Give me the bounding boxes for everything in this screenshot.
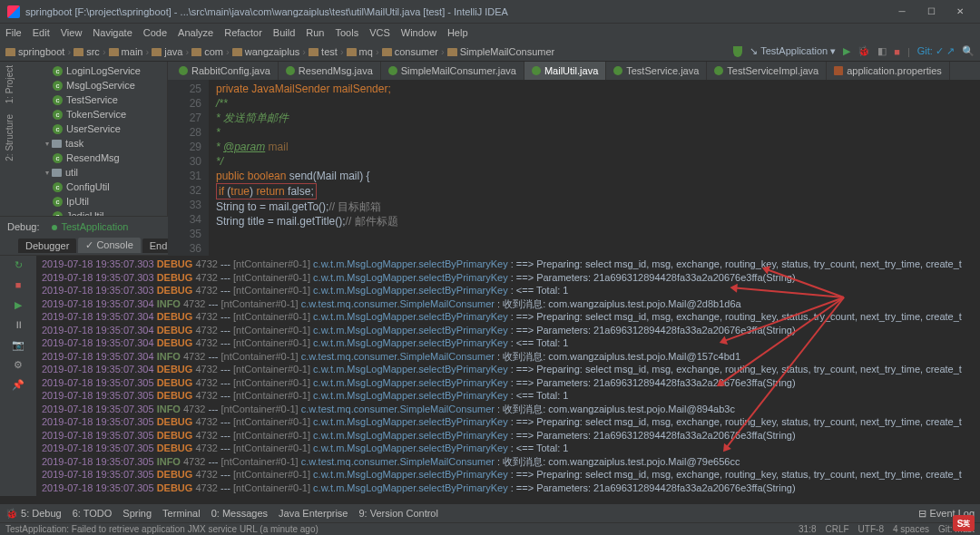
line-sep[interactable]: CRLF xyxy=(825,524,848,534)
maximize-button[interactable]: ☐ xyxy=(918,4,944,20)
tree-item-jedisutil[interactable]: cJedisUtil xyxy=(18,209,167,216)
tool-spring[interactable]: Spring xyxy=(122,508,152,519)
log-line: 2019-07-18 19:35:07.305 DEBUG 4732 --- [… xyxy=(42,468,980,482)
tree-item-loginlogservice[interactable]: cLoginLogService xyxy=(18,63,167,78)
log-line: 2019-07-18 19:35:07.305 DEBUG 4732 --- [… xyxy=(42,376,980,390)
stop-button[interactable]: ■ xyxy=(894,46,900,57)
tree-item-msglogservice[interactable]: cMsgLogService xyxy=(18,78,167,92)
breadcrumb-item[interactable]: wangzaiplus xyxy=(245,46,300,57)
shield-icon[interactable] xyxy=(733,46,742,57)
pause-button[interactable]: ⏸ xyxy=(10,319,26,334)
settings-icon[interactable]: ⚙ xyxy=(10,359,26,374)
breadcrumb-item[interactable]: mq xyxy=(359,46,373,57)
breadcrumb-item[interactable]: consumer xyxy=(395,46,438,57)
breadcrumb-item[interactable]: src xyxy=(86,46,100,57)
console-panel: ↻ ■ ▶ ⏸ 📷 ⚙ 📌 2019-07-18 19:35:07.303 DE… xyxy=(0,256,980,496)
camera-icon[interactable]: 📷 xyxy=(10,339,26,354)
tree-item-userservice[interactable]: cUserService xyxy=(18,122,167,136)
menu-vcs[interactable]: VCS xyxy=(369,27,390,38)
menu-edit[interactable]: Edit xyxy=(33,27,50,38)
search-button[interactable]: 🔍 xyxy=(962,45,975,57)
console-output[interactable]: 2019-07-18 19:35:07.303 DEBUG 4732 --- [… xyxy=(36,256,980,496)
code-text[interactable]: private JavaMailSender mailSender; /** *… xyxy=(209,80,980,256)
tab-application-properties[interactable]: application.properties xyxy=(827,62,950,80)
tree-item-resendmsg[interactable]: cResendMsg xyxy=(18,151,167,165)
tab-rabbitconfig-java[interactable]: RabbitConfig.java xyxy=(172,62,279,80)
menu-view[interactable]: View xyxy=(61,27,83,38)
tab-simplemailconsumer-java[interactable]: SimpleMailConsumer.java xyxy=(381,62,524,80)
menu-file[interactable]: File xyxy=(5,27,22,38)
tree-item-task[interactable]: ▾task xyxy=(18,136,167,151)
menu-analyze[interactable]: Analyze xyxy=(178,27,213,38)
indent[interactable]: 4 spaces xyxy=(893,524,929,534)
tool-messages[interactable]: 0: Messages xyxy=(211,508,268,519)
tool-todo[interactable]: 6: TODO xyxy=(73,508,113,519)
menu-tools[interactable]: Tools xyxy=(335,27,358,38)
debug-tab-console[interactable]: ✓ Console xyxy=(78,238,140,253)
tool-javaenterprise[interactable]: Java Enterprise xyxy=(279,508,348,519)
menu-navigate[interactable]: Navigate xyxy=(93,27,132,38)
menu-code[interactable]: Code xyxy=(143,27,167,38)
menu-refactor[interactable]: Refactor xyxy=(224,27,262,38)
project-tool-button[interactable]: 1: Project xyxy=(5,65,15,103)
rerun-button[interactable]: ↻ xyxy=(10,259,26,274)
breadcrumb-item[interactable]: main xyxy=(122,46,143,57)
log-line: 2019-07-18 19:35:07.304 DEBUG 4732 --- [… xyxy=(42,336,980,350)
tree-item-iputil[interactable]: cIpUtil xyxy=(18,194,167,209)
resume-button[interactable]: ▶ xyxy=(10,299,26,314)
highlighted-code: if (true) return false; xyxy=(216,183,317,199)
code-editor[interactable]: 252627282930313233343536 private JavaMai… xyxy=(168,80,980,256)
tool-terminal[interactable]: Terminal xyxy=(162,508,201,519)
status-msg: TestApplication: Failed to retrieve appl… xyxy=(5,524,318,534)
run-config-selector[interactable]: ↘ TestApplication ▾ xyxy=(750,45,836,57)
coverage-button[interactable]: ◧ xyxy=(877,45,887,57)
tab-mailutil-java[interactable]: MailUtil.java xyxy=(524,62,606,80)
tab-testservice-java[interactable]: TestService.java xyxy=(606,62,707,80)
pin-icon[interactable]: 📌 xyxy=(10,379,26,394)
menu-window[interactable]: Window xyxy=(401,27,436,38)
log-line: 2019-07-18 19:35:07.305 DEBUG 4732 --- [… xyxy=(42,389,980,403)
menu-build[interactable]: Build xyxy=(273,27,295,38)
line-gutter: 252627282930313233343536 xyxy=(168,80,209,256)
close-button[interactable]: ✕ xyxy=(947,4,973,20)
project-tree[interactable]: cLoginLogServicecMsgLogServicecTestServi… xyxy=(18,62,168,216)
tree-item-util[interactable]: ▾util xyxy=(18,165,167,180)
titlebar: springboot [F:\project\springboot] - ...… xyxy=(0,0,980,24)
log-line: 2019-07-18 19:35:07.304 DEBUG 4732 --- [… xyxy=(42,310,980,324)
log-line: 2019-07-18 19:35:07.305 DEBUG 4732 --- [… xyxy=(42,415,980,429)
log-line: 2019-07-18 19:35:07.305 INFO 4732 --- [n… xyxy=(42,403,980,416)
git-pull-button[interactable]: Git: ✓ ↗ xyxy=(917,45,955,57)
breadcrumb-item[interactable]: java xyxy=(164,46,182,57)
breadcrumb-item[interactable]: com xyxy=(204,46,223,57)
intellij-icon xyxy=(7,5,20,18)
caret-pos[interactable]: 31:8 xyxy=(799,524,816,534)
minimize-button[interactable]: ─ xyxy=(889,4,915,20)
encoding[interactable]: UTF-8 xyxy=(858,524,884,534)
tree-item-configutil[interactable]: cConfigUtil xyxy=(18,180,167,194)
left-tool-strip: 1: Project 2: Structure xyxy=(0,62,18,216)
log-line: 2019-07-18 19:35:07.305 DEBUG 4732 --- [… xyxy=(42,494,980,496)
tree-item-testservice[interactable]: cTestService xyxy=(18,92,167,107)
tool-versioncontrol[interactable]: 9: Version Control xyxy=(359,508,438,519)
menu-help[interactable]: Help xyxy=(447,27,468,38)
log-line: 2019-07-18 19:35:07.303 DEBUG 4732 --- [… xyxy=(42,258,980,271)
breadcrumb-item[interactable]: test xyxy=(321,46,338,57)
console-toolbar: ↻ ■ ▶ ⏸ 📷 ⚙ 📌 xyxy=(0,256,36,496)
tab-testserviceimpl-java[interactable]: TestServiceImpl.java xyxy=(707,62,827,80)
log-line: 2019-07-18 19:35:07.304 INFO 4732 --- [n… xyxy=(42,297,980,311)
debug-tab-debugger[interactable]: Debugger xyxy=(18,238,76,253)
structure-tool-button[interactable]: 2: Structure xyxy=(5,114,15,161)
tree-item-tokenservice[interactable]: cTokenService xyxy=(18,107,167,122)
log-line: 2019-07-18 19:35:07.305 INFO 4732 --- [n… xyxy=(42,455,980,469)
tool-debug[interactable]: 🐞 5: Debug xyxy=(5,508,62,520)
ime-badge[interactable]: S英 xyxy=(953,515,975,531)
breadcrumb-item[interactable]: springboot xyxy=(18,46,64,57)
log-line: 2019-07-18 19:35:07.304 DEBUG 4732 --- [… xyxy=(42,363,980,376)
run-button[interactable]: ▶ xyxy=(843,45,850,57)
breadcrumb-bar: springboot › src › main › java › com › w… xyxy=(0,42,980,62)
breadcrumb-item[interactable]: SimpleMailConsumer xyxy=(460,46,555,57)
menu-run[interactable]: Run xyxy=(306,27,324,38)
stop-button-2[interactable]: ■ xyxy=(10,279,26,294)
debug-button[interactable]: 🐞 xyxy=(858,45,870,57)
tab-resendmsg-java[interactable]: ResendMsg.java xyxy=(279,62,381,80)
